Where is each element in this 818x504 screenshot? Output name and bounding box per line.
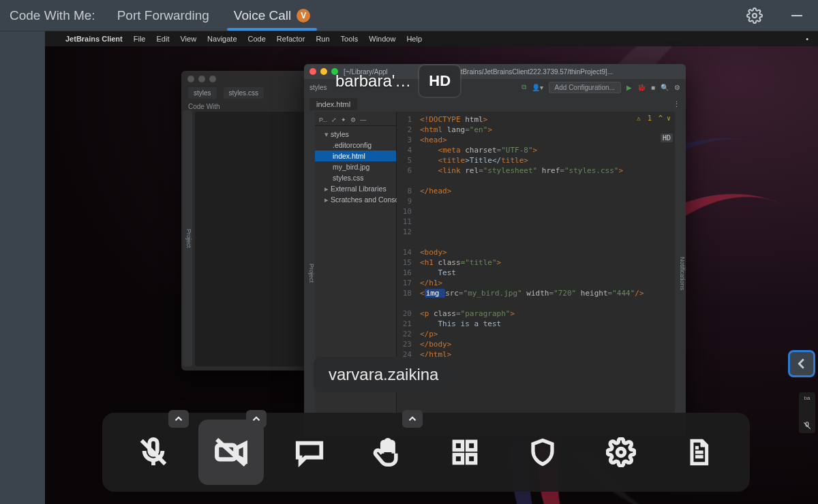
raise-hand-button[interactable] [354,420,420,485]
menu-code[interactable]: Code [248,35,266,43]
minimize-icon[interactable] [320,68,327,75]
quality-badge-small: HD [661,133,673,142]
tree-root[interactable]: styles [315,129,396,140]
menu-edit[interactable]: Edit [156,35,169,43]
mic-toggle-button[interactable] [121,420,186,485]
stop-icon[interactable]: ■ [651,84,655,91]
peer-label-bottom: varvara.zaikina [314,357,453,392]
tree-item[interactable]: my_bird.jpg [315,161,396,172]
close-icon[interactable] [309,68,316,75]
call-toolbar [102,413,750,492]
macos-menubar: JetBrains Client File Edit View Navigate… [45,31,818,46]
tree-title: P... [319,116,327,123]
ide2-tabrow: index.html ⋮ [304,95,686,114]
tab-port-forwarding[interactable]: Port Forwarding [115,1,212,30]
security-button[interactable] [510,420,575,485]
menu-tools[interactable]: Tools [341,35,359,43]
collapse-panel-button[interactable] [788,350,815,377]
tree-item[interactable]: .editorconfig [315,140,396,151]
mic-options-caret[interactable] [168,410,189,428]
code-area[interactable]: ⚠ 1 ^ ∨ <!DOCTYPE html> <html lang="en">… [416,112,675,435]
menu-view[interactable]: View [180,35,196,43]
right-tool-strip[interactable]: Notifications [675,112,686,435]
run-icon[interactable]: ▶ [626,84,632,91]
svg-point-13 [617,449,624,456]
ide1-project-tool[interactable]: Project [183,110,192,366]
menu-file[interactable]: File [134,35,146,43]
tree-item[interactable]: styles.css [315,172,396,183]
menu-help[interactable]: Help [406,35,422,43]
window-topbar: Code With Me: Port Forwarding Voice Call… [0,0,818,31]
svg-rect-11 [454,455,462,463]
run-config-selector[interactable]: Add Configuration... [549,82,621,93]
document-button[interactable] [666,420,731,485]
menu-refactor[interactable]: Refactor [277,35,305,43]
tab-voice-call[interactable]: Voice Call V [231,1,314,30]
tab-overflow-icon[interactable]: ⋮ [673,100,680,109]
self-video-tile[interactable]: ba [799,392,815,433]
reactions-caret[interactable] [402,410,423,428]
settings-icon[interactable] [743,4,766,27]
svg-point-0 [753,14,757,18]
voice-badge: V [297,9,310,22]
svg-rect-10 [468,441,476,450]
menubar-status-icon: • [806,35,808,43]
camera-options-caret[interactable] [246,410,267,428]
ide1-tab-b[interactable]: styles.css [224,87,264,99]
user-icon[interactable]: 👤▾ [532,84,543,91]
ide1-tab-a[interactable]: styles [188,87,217,99]
breadcrumb[interactable]: styles [309,84,327,91]
gear-icon[interactable]: ⚙ [674,84,680,91]
camera-toggle-button[interactable] [198,420,264,485]
svg-rect-12 [468,455,476,463]
cwm-icon[interactable]: ⧉ [521,83,526,91]
app-title: Code With Me: [10,8,95,23]
self-label: ba [804,395,811,401]
svg-rect-9 [454,441,462,450]
inspections-widget[interactable]: ⚠ 1 ^ ∨ [637,113,671,123]
debug-icon[interactable]: 🐞 [637,84,646,91]
chat-button[interactable] [277,420,342,485]
peer-name: barbara'… [335,72,411,91]
peer-name: varvara.zaikina [329,365,438,383]
tree-scratches[interactable]: Scratches and Consoles [315,194,396,205]
mic-muted-icon [802,421,812,430]
tree-item-selected[interactable]: index.html [315,151,396,161]
menu-window[interactable]: Window [369,35,395,43]
call-settings-button[interactable] [588,420,654,485]
tile-view-button[interactable] [432,420,498,485]
search-icon[interactable]: 🔍 [661,84,669,91]
screen-share-stage: JetBrains Client File Edit View Navigate… [45,31,818,504]
menubar-app[interactable]: JetBrains Client [65,35,123,43]
hd-badge: HD [419,65,460,97]
menu-navigate[interactable]: Navigate [207,35,237,43]
minimize-icon[interactable] [785,4,808,27]
file-tab-index[interactable]: index.html [309,98,357,110]
left-gutter [0,31,45,504]
tree-ext-libs[interactable]: External Libraries [315,183,396,194]
menu-run[interactable]: Run [316,35,329,43]
peer-label-top: barbara'… HD [335,65,460,97]
